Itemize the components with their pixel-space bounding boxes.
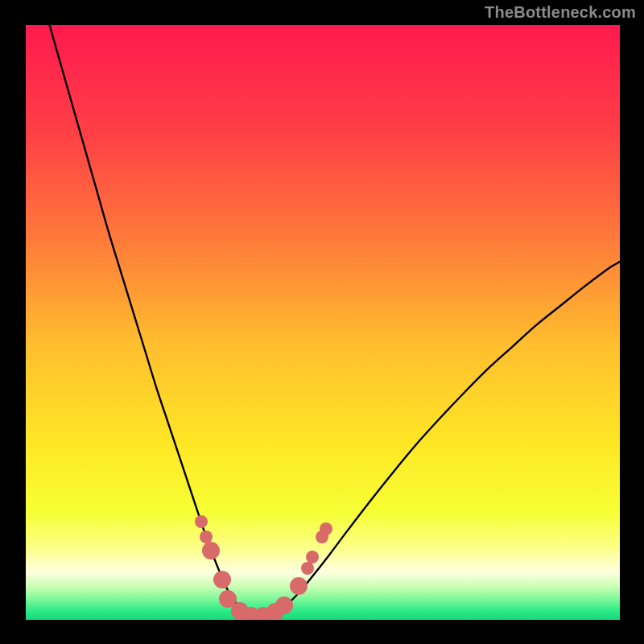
curve-marker [213,571,231,588]
plot-area [26,25,620,620]
curve-marker [320,522,332,535]
chart-stage: TheBottleneck.com [0,0,644,644]
curve-marker [275,597,293,614]
curve-marker [195,515,208,528]
curve-marker [290,577,308,595]
watermark-text: TheBottleneck.com [485,3,636,22]
curve-marker [202,542,220,559]
curve-marker [306,551,319,564]
curve-marker [301,562,314,575]
